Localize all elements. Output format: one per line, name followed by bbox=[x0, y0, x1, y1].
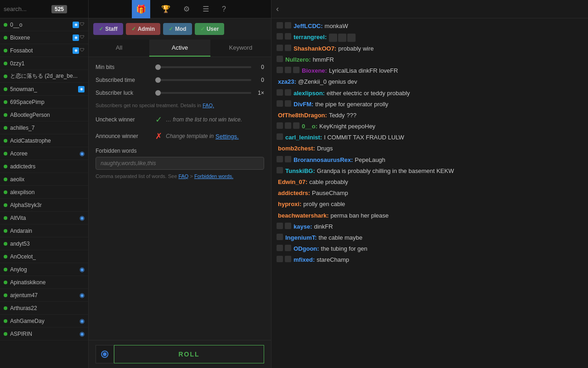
crown-badge bbox=[277, 33, 283, 40]
list-item[interactable]: AltVita◉ bbox=[0, 212, 88, 224]
user-icons: ◉ bbox=[79, 330, 85, 337]
announce-winner-x-icon[interactable]: ✗ bbox=[155, 131, 162, 141]
online-dot bbox=[4, 165, 7, 168]
tab-active[interactable]: Active bbox=[149, 40, 210, 57]
subscriber-luck-slider[interactable] bbox=[155, 92, 251, 94]
chat-username[interactable]: BrorannosaurusRex: bbox=[294, 156, 353, 164]
roll-button[interactable]: ROLL bbox=[114, 345, 264, 363]
list-item[interactable]: Bioxene◉🛡 bbox=[0, 31, 88, 44]
min-bits-thumb[interactable] bbox=[155, 64, 161, 70]
top-toolbar: 🎁 🏆 ⚙ ☰ ? bbox=[89, 0, 271, 18]
admin-label: Admin bbox=[138, 26, 155, 32]
radio-inner bbox=[101, 351, 108, 358]
chat-username[interactable]: xza23: bbox=[278, 78, 296, 86]
search-input[interactable] bbox=[4, 6, 50, 12]
list-item[interactable]: ABootlegPerson bbox=[0, 109, 88, 121]
list-item[interactable]: arjentum47◉ bbox=[0, 289, 88, 302]
announce-winner-label: Announce winner bbox=[96, 133, 155, 139]
subscriber-luck-faq-link[interactable]: FAQ. bbox=[203, 103, 214, 108]
min-bits-slider[interactable] bbox=[155, 66, 251, 68]
forbidden-words-input[interactable] bbox=[96, 157, 264, 170]
list-item[interactable]: achilles_7 bbox=[0, 121, 88, 134]
list-item[interactable]: 0__o◉🛡 bbox=[0, 18, 88, 31]
list-item[interactable]: ASPIRIN◉ bbox=[0, 328, 88, 340]
roll-radio[interactable] bbox=[96, 345, 114, 363]
mod-label: Mod bbox=[175, 26, 187, 32]
gear-icon[interactable]: ⚙ bbox=[181, 3, 192, 15]
announce-winner-settings-link[interactable]: Settings. bbox=[215, 133, 239, 140]
list-item[interactable]: addictedrs bbox=[0, 160, 88, 173]
list-item[interactable]: AcidCatastrophe bbox=[0, 134, 88, 147]
uncheck-winner-check-icon[interactable]: ✓ bbox=[155, 115, 162, 125]
chat-username[interactable]: kayse: bbox=[294, 223, 312, 231]
list-item[interactable]: aeolix bbox=[0, 173, 88, 186]
list-item[interactable]: alexpilson bbox=[0, 186, 88, 199]
list-item[interactable]: AshGameDay◉ bbox=[0, 315, 88, 328]
filter-mod-button[interactable]: ✓ Mod bbox=[163, 23, 192, 35]
chat-username[interactable]: OfThe8thDragon: bbox=[278, 111, 327, 120]
list-item[interactable]: Anylog◉ bbox=[0, 263, 88, 276]
list-item[interactable]: AnOcelot_ bbox=[0, 250, 88, 263]
message-text: either electric or teddy probably bbox=[327, 89, 410, 98]
filter-user-button[interactable]: ✓ User bbox=[195, 23, 225, 35]
chat-username[interactable]: hyproxi: bbox=[278, 200, 301, 208]
chat-username[interactable]: addictedrs: bbox=[278, 189, 310, 197]
subscriber-luck-thumb[interactable] bbox=[155, 90, 161, 96]
gift-button[interactable]: 🎁 bbox=[132, 0, 150, 18]
list-item[interactable]: andyt53 bbox=[0, 237, 88, 250]
chat-message: IngeniumT: the cable maybe bbox=[276, 234, 583, 242]
chat-username[interactable]: ShashankOO7: bbox=[294, 45, 336, 53]
mod-badge bbox=[285, 45, 291, 51]
chat-username[interactable]: TunskiBG: bbox=[285, 167, 315, 175]
chat-username[interactable]: mfixed: bbox=[294, 256, 315, 264]
chat-username[interactable]: beachwatershark: bbox=[278, 212, 329, 220]
chat-username[interactable]: Edwin_07: bbox=[278, 178, 307, 186]
help-icon[interactable]: ? bbox=[220, 3, 228, 15]
sub-icon: ◉ bbox=[78, 86, 85, 92]
subscribed-time-slider[interactable] bbox=[155, 79, 251, 81]
chat-username[interactable]: 0__o: bbox=[302, 122, 317, 131]
filter-admin-button[interactable]: ✓ Admin bbox=[126, 23, 160, 35]
user-name: AlphaStryk3r bbox=[10, 202, 85, 208]
chat-username[interactable]: Bioxene: bbox=[302, 67, 327, 75]
chat-username[interactable]: terrangreel: bbox=[294, 33, 327, 41]
trophy-icon[interactable]: 🏆 bbox=[159, 3, 172, 15]
list-item[interactable]: AlphaStryk3r bbox=[0, 199, 88, 212]
forbidden-words-faq-link[interactable]: FAQ bbox=[178, 173, 188, 179]
chat-username[interactable]: ODgoon: bbox=[294, 245, 319, 253]
chat-username[interactable]: IngeniumT: bbox=[285, 234, 317, 242]
message-text: hmmFR bbox=[313, 56, 334, 64]
list-item[interactable]: 0zzy1 bbox=[0, 57, 88, 70]
message-badges bbox=[276, 45, 292, 51]
list-icon[interactable]: ☰ bbox=[201, 3, 211, 15]
user-name: ASPIRIN bbox=[10, 331, 79, 337]
list-item[interactable]: Andarain bbox=[0, 224, 88, 237]
chat-username[interactable]: DivFM: bbox=[294, 100, 313, 109]
min-bits-value: 0 bbox=[255, 64, 264, 70]
list-item[interactable]: と恋に落ちる (2d_are_be... bbox=[0, 70, 88, 83]
chat-username[interactable]: bomb2chest: bbox=[278, 144, 315, 153]
list-item[interactable]: Acoree◉ bbox=[0, 147, 88, 160]
gift-badge bbox=[293, 67, 300, 73]
list-item[interactable]: Apinatiskikone bbox=[0, 276, 88, 289]
message-badges bbox=[276, 122, 300, 129]
message-text: probably wire bbox=[338, 45, 373, 53]
subscribed-time-thumb[interactable] bbox=[155, 77, 161, 83]
filter-staff-button[interactable]: ✓ Staff bbox=[93, 23, 123, 35]
tab-keyword[interactable]: Keyword bbox=[210, 40, 271, 57]
forbidden-words-link[interactable]: Forbidden words. bbox=[194, 173, 233, 179]
chat-username[interactable]: Nullzero: bbox=[285, 56, 311, 64]
chat-username[interactable]: alexlipson: bbox=[294, 89, 325, 98]
list-item[interactable]: Fossabot◉🛡 bbox=[0, 44, 88, 57]
admin-check-icon: ✓ bbox=[131, 26, 136, 32]
chat-username[interactable]: carl_leninist: bbox=[285, 133, 322, 142]
list-item[interactable]: 5nowman_◉ bbox=[0, 83, 88, 96]
list-item[interactable]: 69SpacePimp bbox=[0, 96, 88, 109]
back-button[interactable]: ‹ bbox=[276, 4, 279, 14]
chat-username[interactable]: JeffLCDC: bbox=[294, 22, 323, 30]
emote-icon bbox=[329, 34, 337, 42]
online-dot bbox=[4, 255, 7, 259]
tab-all[interactable]: All bbox=[89, 40, 149, 57]
list-item[interactable]: Arthuras22 bbox=[0, 302, 88, 315]
message-text: PauseChamp bbox=[312, 189, 348, 197]
